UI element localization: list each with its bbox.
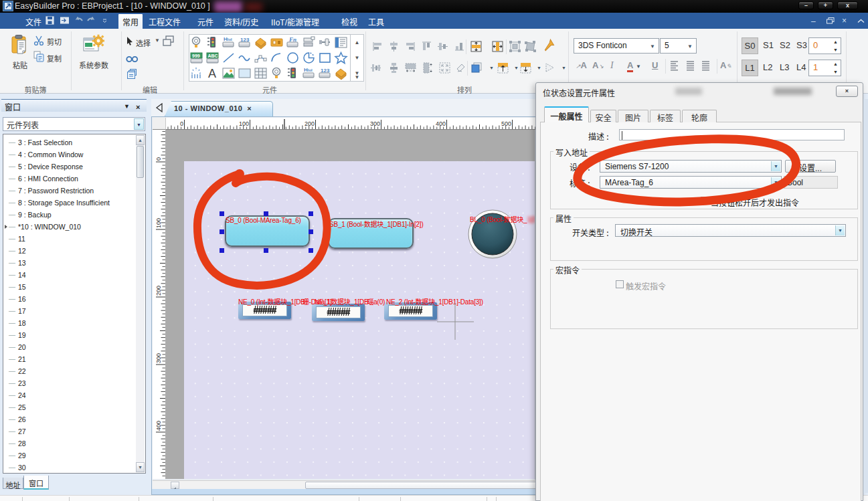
svg-text:999: 999	[192, 54, 200, 58]
svg-text:0: 0	[180, 120, 183, 127]
svg-text:400: 400	[436, 120, 446, 127]
svg-text:500: 500	[501, 120, 511, 127]
svg-text:Hlol: Hlol	[304, 67, 313, 73]
svg-text:300: 300	[155, 353, 162, 363]
svg-text:100: 100	[239, 120, 249, 127]
svg-text:0: 0	[155, 157, 162, 161]
svg-text:300: 300	[370, 120, 380, 127]
svg-text:123: 123	[321, 68, 330, 74]
svg-text:400: 400	[155, 421, 162, 431]
svg-text:200: 200	[155, 286, 162, 296]
svg-text:Hlol: Hlol	[224, 36, 232, 42]
svg-text:200: 200	[305, 120, 315, 127]
svg-text:100: 100	[155, 218, 162, 228]
svg-text:123: 123	[240, 37, 250, 43]
svg-text:ABC: ABC	[208, 54, 218, 58]
svg-text:A: A	[208, 67, 216, 80]
